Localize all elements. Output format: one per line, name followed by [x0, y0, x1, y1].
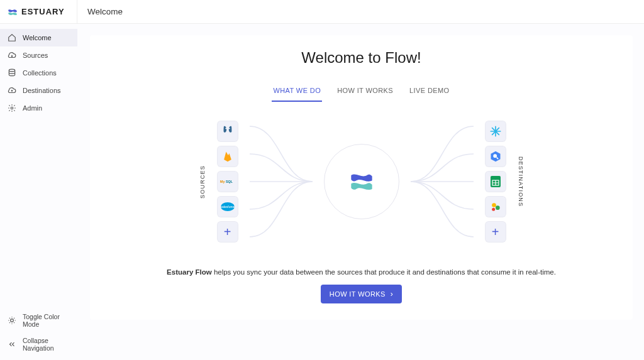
- flow-diagram: SOURCES MySQL salesforce +: [105, 112, 618, 251]
- diagram-right-label: DESTINATIONS: [518, 156, 524, 207]
- salesforce-icon: salesforce: [217, 196, 238, 217]
- brand-wordmark: ESTUARY: [21, 7, 65, 16]
- hero-blurb: Estuary Flow helps you sync your data be…: [105, 268, 618, 276]
- sidebar: Welcome Sources Collections Destinations…: [0, 24, 77, 360]
- tab-what-we-do[interactable]: WHAT WE DO: [272, 82, 322, 102]
- welcome-card: Welcome to Flow! WHAT WE DO HOW IT WORKS…: [90, 35, 633, 320]
- flow-core-icon: [324, 144, 399, 219]
- destination-tiles: +: [485, 121, 506, 243]
- plus-icon: +: [492, 225, 499, 239]
- svg-point-2: [11, 319, 14, 322]
- sidebar-item-label: Sources: [23, 52, 48, 59]
- sun-icon: [8, 316, 16, 325]
- tab-how-it-works[interactable]: HOW IT WORKS: [336, 82, 394, 102]
- sidebar-item-sources[interactable]: Sources: [0, 46, 77, 64]
- hero-tabs: WHAT WE DO HOW IT WORKS LIVE DEMO: [105, 82, 618, 102]
- brand-logo[interactable]: ESTUARY: [0, 0, 77, 23]
- blurb-rest: helps you sync your data between the sou…: [212, 268, 556, 276]
- google-sheets-icon: [485, 171, 506, 192]
- top-bar: ESTUARY Welcome: [0, 0, 644, 24]
- plus-icon: +: [224, 225, 231, 239]
- svg-point-15: [492, 208, 495, 211]
- cloud-down-icon: [8, 51, 16, 60]
- sidebar-item-collections[interactable]: Collections: [0, 64, 77, 82]
- add-source-button[interactable]: +: [217, 221, 238, 243]
- svg-point-1: [11, 107, 13, 109]
- add-destination-button[interactable]: +: [485, 221, 506, 243]
- nav-list: Welcome Sources Collections Destinations…: [0, 24, 77, 117]
- gear-icon: [8, 104, 16, 112]
- svg-text:salesforce: salesforce: [220, 205, 235, 209]
- svg-point-10: [493, 154, 497, 158]
- firebase-icon: [217, 146, 238, 167]
- collapse-nav-button[interactable]: Collapse Navigation: [0, 332, 77, 356]
- sidebar-item-label: Collections: [23, 69, 57, 77]
- toggle-color-mode-button[interactable]: Toggle Color Mode: [0, 308, 77, 332]
- sidebar-item-label: Welcome: [23, 34, 52, 41]
- sidebar-bottom-label: Collapse Navigation: [23, 337, 70, 352]
- sidebar-item-label: Admin: [23, 104, 42, 112]
- postgresql-icon: [217, 121, 238, 142]
- sidebar-item-destinations[interactable]: Destinations: [0, 82, 77, 99]
- how-it-works-button[interactable]: HOW IT WORKS ›: [321, 285, 402, 303]
- svg-point-13: [492, 203, 496, 207]
- snowflake-icon: [485, 121, 506, 142]
- cta-label: HOW IT WORKS: [330, 290, 386, 298]
- blurb-lead: Estuary Flow: [167, 268, 212, 276]
- diagram-left-label: SOURCES: [199, 165, 206, 199]
- chevrons-left-icon: [8, 340, 16, 349]
- tab-live-demo[interactable]: LIVE DEMO: [408, 82, 451, 102]
- hero-title: Welcome to Flow!: [105, 49, 618, 67]
- sidebar-item-welcome[interactable]: Welcome: [0, 29, 77, 46]
- sidebar-bottom-label: Toggle Color Mode: [23, 313, 70, 328]
- mysql-icon: MySQL: [217, 171, 238, 192]
- sidebar-item-admin[interactable]: Admin: [0, 99, 77, 117]
- svg-text:SQL: SQL: [226, 180, 233, 183]
- svg-point-0: [9, 69, 14, 72]
- pipes-right: [411, 112, 474, 251]
- cloud-up-icon: [8, 86, 16, 95]
- pipes-left: [250, 112, 313, 251]
- home-icon: [8, 33, 16, 42]
- svg-text:My: My: [220, 180, 225, 183]
- svg-point-3: [225, 128, 226, 129]
- database-icon: [8, 68, 16, 77]
- looker-icon: [485, 196, 506, 217]
- sidebar-bottom: Toggle Color Mode Collapse Navigation: [0, 308, 77, 360]
- estuary-mark-icon: [8, 7, 18, 17]
- source-tiles: MySQL salesforce +: [217, 121, 238, 243]
- chevron-right-icon: ›: [391, 290, 393, 298]
- bigquery-icon: [485, 146, 506, 167]
- sidebar-item-label: Destinations: [23, 87, 61, 94]
- page-title: Welcome: [87, 7, 123, 16]
- main-content: Welcome to Flow! WHAT WE DO HOW IT WORKS…: [77, 24, 644, 360]
- svg-point-14: [496, 205, 500, 210]
- svg-point-4: [228, 128, 230, 129]
